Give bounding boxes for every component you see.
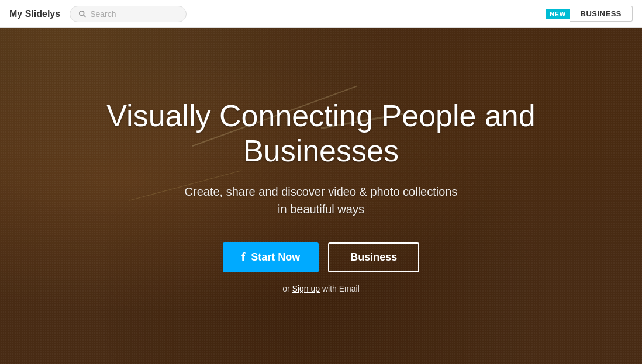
- signup-link[interactable]: Sign up: [292, 284, 320, 293]
- search-icon: [78, 10, 87, 18]
- new-badge: NEW: [546, 9, 569, 19]
- business-label: Business: [350, 251, 397, 263]
- signup-suffix: with Email: [320, 284, 360, 293]
- svg-point-0: [80, 11, 84, 15]
- facebook-icon: f: [241, 251, 246, 264]
- hero-subtitle-line2: in beautiful ways: [278, 203, 364, 216]
- navbar-right: NEW BUSINESS: [546, 6, 633, 22]
- navbar: My Slidelys NEW BUSINESS: [0, 0, 642, 28]
- svg-line-1: [84, 15, 86, 17]
- business-button[interactable]: Business: [328, 242, 419, 272]
- hero-subtitle: Create, share and discover video & photo…: [185, 183, 458, 218]
- brand-name: My Slidelys: [9, 9, 60, 19]
- hero-title: Visually Connecting People and Businesse…: [58, 99, 584, 169]
- navbar-business-button[interactable]: BUSINESS: [570, 6, 633, 22]
- hero-buttons: f Start Now Business: [223, 242, 420, 272]
- hero-signup: or Sign up with Email: [282, 284, 360, 293]
- hero-subtitle-line1: Create, share and discover video & photo…: [185, 185, 458, 198]
- hero-content: Visually Connecting People and Businesse…: [0, 0, 642, 364]
- search-wrapper[interactable]: [70, 6, 187, 22]
- start-now-button[interactable]: f Start Now: [223, 242, 319, 272]
- search-input[interactable]: [90, 9, 178, 19]
- signup-prefix: or: [282, 284, 292, 293]
- hero-section: Visually Connecting People and Businesse…: [0, 0, 642, 364]
- start-now-label: Start Now: [251, 251, 300, 264]
